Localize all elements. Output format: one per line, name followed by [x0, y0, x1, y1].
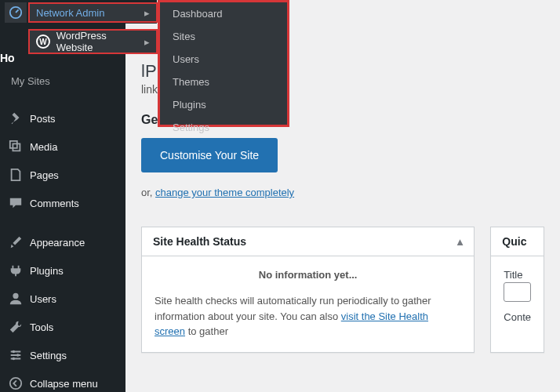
network-admin-label: Network Admin: [36, 7, 104, 19]
sidebar-item-label: Collapse menu: [30, 378, 98, 390]
network-admin-submenu: Dashboard Sites Users Themes Plugins Set…: [158, 0, 289, 127]
comment-icon: [8, 195, 24, 211]
brush-icon: [8, 234, 24, 250]
media-icon: [8, 139, 24, 154]
wordpress-site-label: WordPress Website: [56, 30, 144, 53]
sidebar-item-users[interactable]: Users: [0, 285, 125, 313]
sidebar-collapse[interactable]: Collapse menu: [0, 369, 125, 392]
content-label: Conte: [504, 311, 531, 323]
sidebar-item-settings[interactable]: Settings: [0, 341, 125, 369]
pin-icon: [8, 111, 24, 126]
dashboard-icon[interactable]: [5, 2, 27, 23]
chevron-right-icon: ▸: [144, 36, 150, 48]
quick-draft-panel: Quic Title Conte: [490, 227, 544, 353]
collapse-icon: [8, 376, 24, 391]
sidebar-item-appearance[interactable]: Appearance: [0, 228, 125, 256]
no-info-text: No information yet...: [155, 269, 461, 281]
submenu-settings[interactable]: Settings: [160, 116, 287, 139]
title-input[interactable]: [504, 282, 531, 302]
sidebar-item-label: Comments: [30, 198, 79, 209]
submenu-dashboard[interactable]: Dashboard: [160, 2, 287, 25]
svg-point-0: [13, 293, 18, 299]
submenu-users[interactable]: Users: [160, 48, 287, 71]
sidebar-item-tools[interactable]: Tools: [0, 313, 125, 341]
or-text: or, change your theme completely: [141, 187, 544, 198]
health-description: Site health checks will automatically ru…: [155, 293, 461, 339]
wordpress-logo-icon: W: [36, 34, 50, 49]
site-health-panel: Site Health Status ▴ No information yet.…: [141, 227, 475, 353]
sidebar-item-pages[interactable]: Pages: [0, 161, 125, 189]
chevron-right-icon: ▸: [144, 7, 150, 19]
svg-point-4: [10, 378, 21, 389]
svg-point-3: [13, 358, 16, 361]
wrench-icon: [8, 319, 24, 335]
sidebar-item-label: Appearance: [30, 237, 85, 249]
network-admin-menu[interactable]: Network Admin ▸: [28, 2, 158, 23]
sidebar-item-label: Users: [30, 293, 56, 305]
sliders-icon: [8, 347, 24, 363]
sidebar-item-label: Settings: [30, 350, 67, 361]
sidebar-item-posts[interactable]: Posts: [0, 104, 125, 132]
wordpress-site-menu[interactable]: W WordPress Website ▸: [28, 29, 158, 54]
svg-point-1: [13, 350, 16, 354]
sidebar-item-label: Posts: [30, 113, 56, 125]
sidebar-item-label: Media: [30, 141, 57, 153]
user-icon: [8, 291, 24, 307]
sidebar-my-sites[interactable]: My Sites: [0, 71, 125, 93]
plug-icon: [8, 263, 24, 278]
submenu-themes[interactable]: Themes: [160, 71, 287, 93]
sidebar-item-label: Plugins: [30, 265, 64, 277]
sidebar-item-media[interactable]: Media: [0, 132, 125, 161]
sidebar-item-plugins[interactable]: Plugins: [0, 256, 125, 285]
change-theme-link[interactable]: change your theme completely: [155, 187, 294, 198]
sidebar-item-label: Tools: [30, 321, 53, 333]
customise-site-button[interactable]: Customise Your Site: [141, 138, 278, 172]
panel-title: Site Health Status: [153, 235, 246, 248]
title-label: Title: [504, 269, 531, 281]
sidebar-item-comments[interactable]: Comments: [0, 189, 125, 217]
submenu-sites[interactable]: Sites: [160, 25, 287, 48]
panel-title: Quic: [502, 235, 526, 248]
submenu-plugins[interactable]: Plugins: [160, 93, 287, 116]
svg-point-2: [16, 354, 20, 357]
panel-toggle[interactable]: ▴: [457, 235, 463, 248]
sidebar-item-label: Pages: [30, 169, 59, 181]
page-icon: [8, 167, 24, 183]
